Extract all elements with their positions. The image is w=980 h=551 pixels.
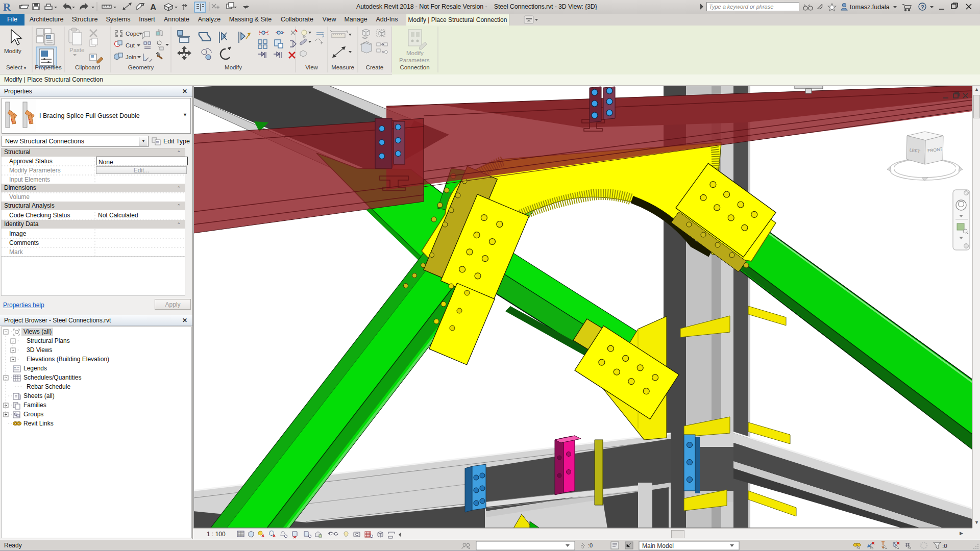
svg-text:Cut: Cut xyxy=(126,42,135,48)
svg-text:?: ? xyxy=(921,4,924,10)
svg-text:Modify: Modify xyxy=(406,50,424,56)
svg-text:Cope: Cope xyxy=(126,31,140,37)
svg-text:Paste: Paste xyxy=(69,47,84,53)
svg-text:Schedules/Quantities: Schedules/Quantities xyxy=(23,374,81,381)
svg-text:Parameters: Parameters xyxy=(399,57,430,63)
svg-text:Revit Links: Revit Links xyxy=(23,420,54,427)
svg-text:Main Model: Main Model xyxy=(642,542,674,549)
svg-text:Legends: Legends xyxy=(23,365,47,372)
svg-text:Structural Plans: Structural Plans xyxy=(27,337,70,344)
svg-text::0: :0 xyxy=(942,543,947,549)
svg-text:Families: Families xyxy=(23,402,46,409)
svg-text:tomasz.fudala: tomasz.fudala xyxy=(850,4,890,11)
svg-text:Join: Join xyxy=(126,54,136,60)
svg-text:Groups: Groups xyxy=(23,411,43,418)
svg-text:Views (all): Views (all) xyxy=(23,328,52,335)
svg-text:Sheets (all): Sheets (all) xyxy=(23,392,55,399)
svg-text:Rebar Schedule: Rebar Schedule xyxy=(27,383,70,390)
svg-text:A: A xyxy=(150,3,156,12)
svg-text::0: :0 xyxy=(588,542,593,548)
svg-text:Elevations (Building Elevation: Elevations (Building Elevation) xyxy=(27,356,109,363)
svg-text:R: R xyxy=(3,1,11,13)
svg-text:3D Views: 3D Views xyxy=(27,346,52,354)
